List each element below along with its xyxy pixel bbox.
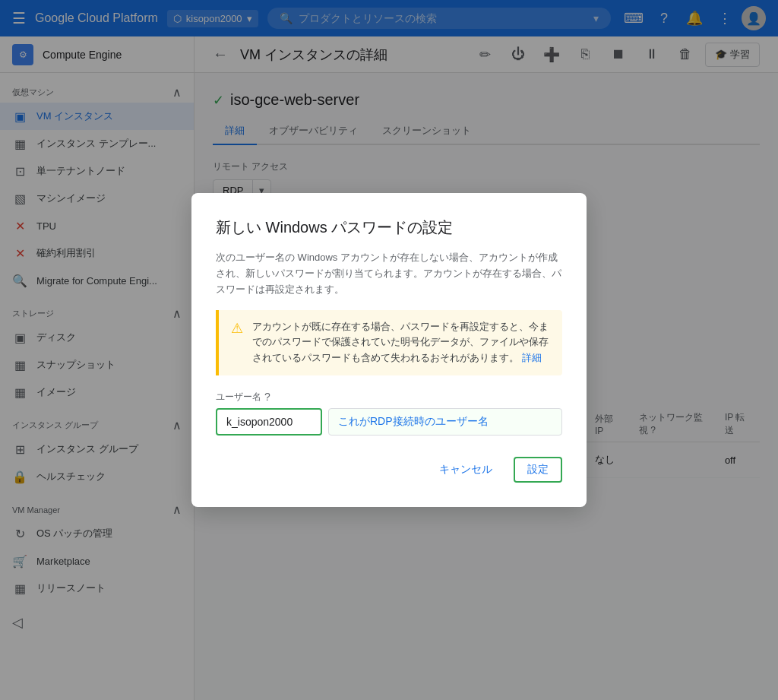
dialog-actions: キャンセル 設定 <box>216 457 562 483</box>
dialog-overlay: 新しい Windows パスワードの設定 次のユーザー名の Windows アカ… <box>0 0 778 700</box>
dialog-description: 次のユーザー名の Windows アカウントが存在しない場合、アカウントが作成さ… <box>216 250 562 297</box>
username-help-icon: ? <box>264 391 270 403</box>
warning-link[interactable]: 詳細 <box>522 352 542 363</box>
cancel-button[interactable]: キャンセル <box>430 457 501 483</box>
set-button[interactable]: 設定 <box>514 457 562 483</box>
username-input[interactable] <box>216 408 322 436</box>
username-label-text: ユーザー名 <box>216 391 261 404</box>
warning-box: ⚠ アカウントが既に存在する場合、パスワードを再設定すると、今までのパスワードで… <box>216 310 562 375</box>
warning-message: アカウントが既に存在する場合、パスワードを再設定すると、今までのパスワードで保護… <box>252 321 549 364</box>
password-dialog: 新しい Windows パスワードの設定 次のユーザー名の Windows アカ… <box>191 193 587 507</box>
rdp-username-hint: これがRDP接続時のユーザー名 <box>328 408 562 436</box>
username-field-row: これがRDP接続時のユーザー名 <box>216 408 562 436</box>
dialog-title: 新しい Windows パスワードの設定 <box>216 217 562 238</box>
username-label: ユーザー名 ? <box>216 391 562 404</box>
warning-text: アカウントが既に存在する場合、パスワードを再設定すると、今までのパスワードで保護… <box>252 319 550 366</box>
warning-icon: ⚠ <box>231 320 243 366</box>
